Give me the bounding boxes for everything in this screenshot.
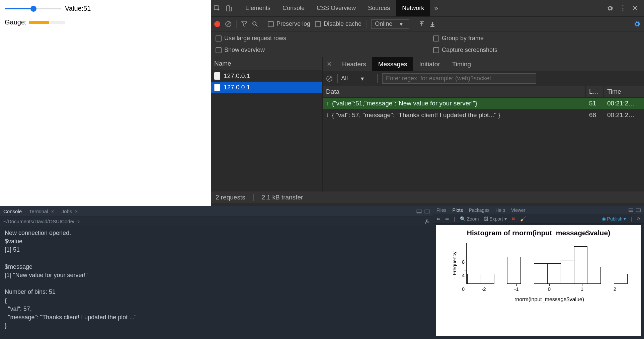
x-axis-label: rnorm(input_message$value) xyxy=(467,296,631,303)
close-tab-icon[interactable]: ✕ xyxy=(51,209,54,214)
tab-plots[interactable]: Plots xyxy=(453,207,463,213)
plots-toolbar: ⬅ ➡ | 🔍 Zoom 🖼 Export ▾ ✖ 🧹 ◉ Publish ▾ … xyxy=(433,214,644,224)
svg-point-5 xyxy=(253,22,256,25)
messages-header: Data L… Time xyxy=(323,86,644,98)
messages-filter-bar: All▾ xyxy=(323,71,644,86)
name-column-header[interactable]: Name xyxy=(211,57,322,70)
device-icon[interactable] xyxy=(223,0,235,16)
publish-button[interactable]: ◉ Publish ▾ xyxy=(602,216,626,222)
svg-rect-12 xyxy=(427,222,429,222)
y-tick-label: 8 xyxy=(462,259,465,265)
preserve-log-checkbox[interactable]: Preserve log xyxy=(268,20,310,27)
prev-plot-icon[interactable]: ⬅ xyxy=(436,216,440,222)
regex-filter-input[interactable] xyxy=(382,73,536,84)
histogram-bar xyxy=(534,263,548,284)
transfer-size: 2.1 kB transfer xyxy=(262,194,303,201)
console-path-bar: ~/Documents/David/OSUICode/ ⇨ xyxy=(0,217,433,226)
message-type-select[interactable]: All▾ xyxy=(337,74,378,83)
gauge-label: Gauge: xyxy=(5,18,27,26)
record-button[interactable] xyxy=(214,21,220,27)
slider-thumb-icon[interactable] xyxy=(30,6,36,12)
x-tick-label: -2 xyxy=(481,286,486,292)
next-plot-icon[interactable]: ➡ xyxy=(445,216,449,222)
svg-rect-10 xyxy=(417,212,421,213)
disable-cache-checkbox[interactable]: Disable cache xyxy=(315,20,361,27)
kebab-menu-icon[interactable]: ⋮ xyxy=(619,4,626,13)
tab-network[interactable]: Network xyxy=(396,0,430,16)
value-slider-row: Value:51 xyxy=(5,5,206,12)
tab-viewer[interactable]: Viewer xyxy=(511,207,526,213)
clear-messages-icon[interactable] xyxy=(326,75,333,82)
ws-message-row[interactable]: ↑ {"value":51,"message":"New value for y… xyxy=(323,98,644,109)
network-options: Use large request rows Show overview Gro… xyxy=(211,31,644,57)
tab-help[interactable]: Help xyxy=(495,207,505,213)
remove-plot-icon[interactable]: ✖ xyxy=(511,216,515,222)
histogram-bar xyxy=(614,274,628,284)
group-by-frame-checkbox[interactable]: Group by frame xyxy=(433,35,497,42)
maximize-pane-icon[interactable] xyxy=(424,209,430,214)
x-tick-label: 1 xyxy=(581,286,583,292)
export-button[interactable]: 🖼 Export ▾ xyxy=(483,216,506,222)
download-icon[interactable] xyxy=(429,21,435,27)
webpage-panel: Value:51 Gauge: xyxy=(0,0,211,204)
col-header-time[interactable]: Time xyxy=(604,86,644,97)
value-slider[interactable] xyxy=(5,7,61,10)
tab-files[interactable]: Files xyxy=(436,207,447,213)
close-tab-icon[interactable]: ✕ xyxy=(75,209,78,214)
request-count: 2 requests xyxy=(216,194,245,201)
request-row[interactable]: 127.0.0.1 xyxy=(211,82,322,93)
inspect-icon[interactable] xyxy=(211,0,223,16)
tab-jobs[interactable]: Jobs xyxy=(62,208,72,214)
more-tabs-icon[interactable]: » xyxy=(430,0,442,16)
working-directory[interactable]: ~/Documents/David/OSUICode/ xyxy=(3,219,74,224)
large-rows-checkbox[interactable]: Use large request rows xyxy=(216,35,433,42)
search-icon[interactable] xyxy=(252,21,258,27)
tab-console[interactable]: Console xyxy=(276,0,311,16)
histogram-bar xyxy=(547,263,561,284)
subtab-headers[interactable]: Headers xyxy=(336,57,372,71)
y-tick-label: 4 xyxy=(462,273,465,278)
histogram-bar xyxy=(587,267,601,284)
col-header-length[interactable]: L… xyxy=(586,86,604,97)
maximize-pane-icon[interactable] xyxy=(636,208,641,212)
close-subtab-icon[interactable]: ✕ xyxy=(323,60,336,68)
subtab-messages[interactable]: Messages xyxy=(372,57,413,71)
tab-terminal[interactable]: Terminal xyxy=(29,208,48,214)
console-output[interactable]: New connection opened. $value [1] 51 $me… xyxy=(0,226,433,333)
rstudio-plots-panel: Files Plots Packages Help Viewer ⬅ ➡ | 🔍… xyxy=(433,206,644,339)
show-overview-checkbox[interactable]: Show overview xyxy=(216,47,433,54)
clear-console-icon[interactable] xyxy=(424,219,430,224)
tab-css-overview[interactable]: CSS Overview xyxy=(311,0,362,16)
tab-packages[interactable]: Packages xyxy=(469,207,489,213)
throttle-select[interactable]: Online▾ xyxy=(371,19,409,29)
subtab-initiator[interactable]: Initiator xyxy=(413,57,446,71)
devtools-tabs: Elements Console CSS Overview Sources Ne… xyxy=(211,0,644,17)
subtab-timing[interactable]: Timing xyxy=(446,57,477,71)
svg-rect-2 xyxy=(229,7,232,11)
x-tick-label: -1 xyxy=(514,286,518,292)
col-header-data[interactable]: Data xyxy=(323,86,586,97)
svg-rect-16 xyxy=(636,208,641,211)
upload-icon[interactable] xyxy=(419,21,425,27)
ws-message-row[interactable]: ↓ { "val": 57, "message": "Thanks client… xyxy=(323,109,644,121)
histogram-bar xyxy=(467,274,481,284)
filter-icon[interactable] xyxy=(241,21,247,27)
minimize-pane-icon[interactable] xyxy=(416,209,422,214)
clear-plots-icon[interactable]: 🧹 xyxy=(520,216,526,222)
svg-rect-13 xyxy=(427,223,429,223)
zoom-button[interactable]: 🔍 Zoom xyxy=(460,216,479,222)
tab-elements[interactable]: Elements xyxy=(239,0,276,16)
goto-dir-icon[interactable]: ⇨ xyxy=(76,219,80,224)
plots-tabs: Files Plots Packages Help Viewer xyxy=(433,206,644,214)
capture-screenshots-checkbox[interactable]: Capture screenshots xyxy=(433,47,497,54)
request-row[interactable]: 127.0.0.1 xyxy=(211,70,322,82)
close-devtools-icon[interactable]: ✕ xyxy=(632,4,638,13)
tab-console[interactable]: Console xyxy=(3,208,22,214)
x-tick-label: 0 xyxy=(548,286,551,292)
refresh-plot-icon[interactable]: ⟳ xyxy=(637,216,641,222)
tab-sources[interactable]: Sources xyxy=(362,0,396,16)
clear-icon[interactable] xyxy=(225,21,232,27)
settings-icon[interactable] xyxy=(607,5,613,12)
minimize-pane-icon[interactable] xyxy=(629,208,633,212)
network-settings-icon[interactable] xyxy=(633,20,641,28)
